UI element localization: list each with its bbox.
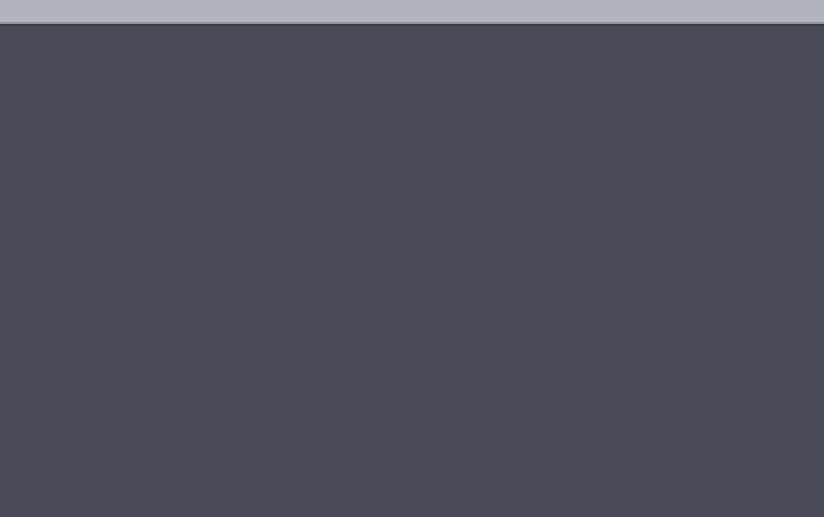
point-cloud-canvas[interactable]: [0, 0, 824, 517]
viewport-3d[interactable]: [0, 0, 824, 517]
toolbar: [0, 0, 824, 24]
